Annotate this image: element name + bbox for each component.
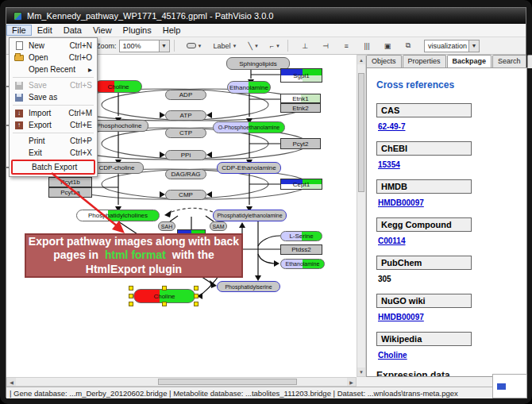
selection-handle[interactable] bbox=[162, 286, 167, 290]
menu-item-open[interactable]: OpenCtrl+O bbox=[10, 52, 97, 63]
file-menu-popup: NewCtrl+N OpenCtrl+O Open Recent ▸ SaveC… bbox=[9, 37, 98, 177]
node-phosphatidylethanolamine[interactable]: Phosphatidylethanolamine bbox=[213, 210, 287, 221]
save-icon bbox=[13, 81, 25, 90]
node-o-phosphoethanolamine[interactable]: O-Phosphoethanolamine bbox=[213, 121, 285, 133]
annotation-highlight: html format bbox=[105, 248, 166, 261]
node-dag-rag[interactable]: DAG/RAG bbox=[165, 169, 206, 179]
node-sah[interactable]: SAH bbox=[158, 221, 175, 231]
node-phosphatidylcholines[interactable]: Phosphatidylcholines bbox=[76, 210, 160, 221]
export-icon: ↑ bbox=[13, 121, 25, 130]
gene-node-sgpl1[interactable]: Sgpl1 bbox=[280, 68, 322, 83]
import-icon: ↓ bbox=[13, 109, 25, 118]
batch-export-highlight-box: Batch Export bbox=[11, 160, 95, 175]
selection-handle[interactable] bbox=[194, 294, 199, 298]
node-phosphocholine[interactable]: Phosphocholine bbox=[90, 120, 148, 132]
selection-handle[interactable] bbox=[194, 302, 199, 306]
selection-handle[interactable] bbox=[129, 294, 133, 298]
menu-item-new[interactable]: NewCtrl+N bbox=[10, 40, 97, 52]
selection-handle[interactable] bbox=[129, 286, 133, 290]
screenshot-frame: Mm_Kennedy_pathway_WP1771_45176.gpml - P… bbox=[0, 0, 532, 404]
annotation-line2a: pages in bbox=[53, 248, 98, 261]
annotation-line2c: with the bbox=[172, 248, 214, 261]
overview-widget bbox=[492, 374, 527, 398]
gene-node-cept1[interactable]: Cept1 bbox=[280, 179, 322, 190]
gene-node-ptdss2[interactable]: Ptdss2 bbox=[280, 244, 322, 255]
node-cmp[interactable]: CMP bbox=[165, 190, 206, 200]
menu-item-open-recent[interactable]: Open Recent ▸ bbox=[10, 63, 97, 75]
node-adp[interactable]: ADP bbox=[165, 90, 206, 100]
annotation-line3: HtmlExport plugin bbox=[86, 263, 182, 275]
pathvisio-window: Mm_Kennedy_pathway_WP1771_45176.gpml - P… bbox=[6, 7, 526, 398]
menu-item-save: SaveCtrl+S bbox=[10, 79, 97, 91]
node-l-serine[interactable]: L-Serine bbox=[280, 231, 322, 241]
gene-node-pcyt1a[interactable]: Pcyt1a bbox=[48, 187, 92, 198]
tab-legend[interactable]: Legend bbox=[527, 55, 532, 68]
menu-item-save-as[interactable]: Save as bbox=[10, 91, 97, 103]
annotation-line1: Export pathway images along with back bbox=[29, 235, 239, 248]
menu-item-print[interactable]: PrintCtrl+P bbox=[10, 135, 97, 147]
menu-separator bbox=[13, 77, 94, 78]
menu-item-exit[interactable]: ExitCtrl+X bbox=[10, 147, 97, 159]
node-phosphatidylserine[interactable]: Phosphatidylserine bbox=[217, 281, 280, 292]
selection-handle[interactable] bbox=[162, 302, 167, 306]
save-as-icon bbox=[13, 93, 25, 102]
gene-node-pcyt1b[interactable]: Pcyt1b bbox=[48, 177, 92, 187]
node-cdp-ethanolamine[interactable]: CDP-Ethanolamine bbox=[217, 162, 281, 174]
menu-item-batch-export[interactable]: Batch Export bbox=[13, 161, 94, 173]
node-ppi[interactable]: PPi bbox=[165, 150, 206, 160]
node-ethanolamine-bottom[interactable]: Ethanolamine bbox=[280, 259, 325, 269]
node-sam[interactable]: SAM bbox=[210, 221, 227, 231]
annotation-callout: Export pathway images along with back pa… bbox=[25, 233, 243, 278]
menu-separator bbox=[13, 105, 94, 106]
menu-item-import[interactable]: ↓ ImportCtrl+M bbox=[10, 107, 97, 119]
menu-separator bbox=[13, 133, 94, 133]
open-folder-icon bbox=[13, 53, 25, 63]
overview-glyph bbox=[497, 383, 506, 390]
new-document-icon bbox=[13, 41, 25, 51]
node-ethanolamine[interactable]: Ethanolamine bbox=[227, 81, 271, 94]
selection-handle[interactable] bbox=[194, 286, 199, 290]
selection-handle[interactable] bbox=[129, 302, 133, 306]
gene-node-etnk2[interactable]: Etnk2 bbox=[280, 103, 321, 113]
node-ctp[interactable]: CTP bbox=[165, 128, 206, 138]
node-cdp-choline[interactable]: CDP-choline bbox=[90, 162, 144, 174]
node-atp[interactable]: ATP bbox=[165, 110, 206, 121]
gene-node-pcyt2[interactable]: Pcyt2 bbox=[280, 138, 321, 149]
submenu-arrow-icon: ▸ bbox=[88, 65, 92, 74]
gene-node-etnk1[interactable]: Etnk1 bbox=[280, 94, 321, 103]
menu-item-export[interactable]: ↑ ExportCtrl+E bbox=[10, 119, 97, 131]
node-choline[interactable]: Choline bbox=[94, 80, 142, 93]
